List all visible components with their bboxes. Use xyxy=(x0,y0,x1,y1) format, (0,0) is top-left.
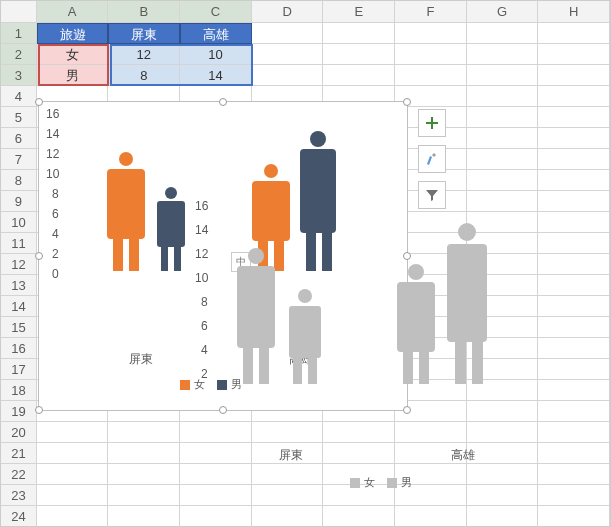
cell-G3[interactable] xyxy=(467,65,539,86)
row-header-19[interactable]: 19 xyxy=(1,401,37,422)
cell-G22[interactable] xyxy=(467,464,539,485)
row-header-5[interactable]: 5 xyxy=(1,107,37,128)
resize-handle[interactable] xyxy=(219,406,227,414)
cell-E3[interactable] xyxy=(323,65,395,86)
cell-C1[interactable]: 高雄 xyxy=(180,23,252,44)
cell-C20[interactable] xyxy=(180,422,252,443)
cell-G5[interactable] xyxy=(467,107,539,128)
cell-A21[interactable] xyxy=(37,443,109,464)
cell-G11[interactable] xyxy=(467,233,539,254)
cell-H11[interactable] xyxy=(538,233,610,254)
cell-G20[interactable] xyxy=(467,422,539,443)
cell-G9[interactable] xyxy=(467,191,539,212)
cell-D22[interactable] xyxy=(252,464,324,485)
row-header-1[interactable]: 1 xyxy=(1,23,37,44)
cell-H17[interactable] xyxy=(538,359,610,380)
cell-G7[interactable] xyxy=(467,149,539,170)
cell-H7[interactable] xyxy=(538,149,610,170)
resize-handle[interactable] xyxy=(35,98,43,106)
resize-handle[interactable] xyxy=(219,98,227,106)
cell-G8[interactable] xyxy=(467,170,539,191)
cell-H9[interactable] xyxy=(538,191,610,212)
cell-G1[interactable] xyxy=(467,23,539,44)
cell-D3[interactable] xyxy=(252,65,324,86)
cell-E21[interactable] xyxy=(323,443,395,464)
cell-C21[interactable] xyxy=(180,443,252,464)
cell-C3[interactable]: 14 xyxy=(180,65,252,86)
cell-G14[interactable] xyxy=(467,296,539,317)
column-header-B[interactable]: B xyxy=(108,1,180,23)
cell-H1[interactable] xyxy=(538,23,610,44)
column-header-H[interactable]: H xyxy=(538,1,610,23)
column-header-C[interactable]: C xyxy=(180,1,252,23)
cell-G13[interactable] xyxy=(467,275,539,296)
cell-F3[interactable] xyxy=(395,65,467,86)
row-header-7[interactable]: 7 xyxy=(1,149,37,170)
row-header-12[interactable]: 12 xyxy=(1,254,37,275)
row-header-4[interactable]: 4 xyxy=(1,86,37,107)
cell-G12[interactable] xyxy=(467,254,539,275)
cell-H5[interactable] xyxy=(538,107,610,128)
cell-A22[interactable] xyxy=(37,464,109,485)
chart-inner-button[interactable]: 中 xyxy=(231,252,251,272)
cell-D2[interactable] xyxy=(252,44,324,65)
cell-A3[interactable]: 男 xyxy=(37,65,109,86)
cell-H8[interactable] xyxy=(538,170,610,191)
cell-G23[interactable] xyxy=(467,485,539,506)
chart-filter-button[interactable] xyxy=(418,181,446,209)
cell-H18[interactable] xyxy=(538,380,610,401)
row-header-20[interactable]: 20 xyxy=(1,422,37,443)
cell-D20[interactable] xyxy=(252,422,324,443)
cell-B22[interactable] xyxy=(108,464,180,485)
cell-H3[interactable] xyxy=(538,65,610,86)
chart-style-button[interactable] xyxy=(418,145,446,173)
row-header-16[interactable]: 16 xyxy=(1,338,37,359)
cell-D24[interactable] xyxy=(252,506,324,527)
cell-B3[interactable]: 8 xyxy=(108,65,180,86)
column-header-G[interactable]: G xyxy=(467,1,539,23)
cell-H22[interactable] xyxy=(538,464,610,485)
cell-B1[interactable]: 屏東 xyxy=(108,23,180,44)
cell-G10[interactable] xyxy=(467,212,539,233)
cell-F24[interactable] xyxy=(395,506,467,527)
row-header-21[interactable]: 21 xyxy=(1,443,37,464)
resize-handle[interactable] xyxy=(403,98,411,106)
cell-G19[interactable] xyxy=(467,401,539,422)
column-header-E[interactable]: E xyxy=(323,1,395,23)
resize-handle[interactable] xyxy=(35,406,43,414)
cell-A24[interactable] xyxy=(37,506,109,527)
cell-H19[interactable] xyxy=(538,401,610,422)
cell-H24[interactable] xyxy=(538,506,610,527)
row-header-8[interactable]: 8 xyxy=(1,170,37,191)
cell-D23[interactable] xyxy=(252,485,324,506)
cell-G6[interactable] xyxy=(467,128,539,149)
cell-H21[interactable] xyxy=(538,443,610,464)
select-all-corner[interactable] xyxy=(1,1,37,23)
cell-E24[interactable] xyxy=(323,506,395,527)
cell-G24[interactable] xyxy=(467,506,539,527)
resize-handle[interactable] xyxy=(35,252,43,260)
cell-G2[interactable] xyxy=(467,44,539,65)
cell-B23[interactable] xyxy=(108,485,180,506)
row-header-17[interactable]: 17 xyxy=(1,359,37,380)
row-header-13[interactable]: 13 xyxy=(1,275,37,296)
row-header-6[interactable]: 6 xyxy=(1,128,37,149)
cell-C23[interactable] xyxy=(180,485,252,506)
cell-A1[interactable]: 旅遊 xyxy=(37,23,109,44)
resize-handle[interactable] xyxy=(403,252,411,260)
column-header-A[interactable]: A xyxy=(37,1,109,23)
row-header-9[interactable]: 9 xyxy=(1,191,37,212)
cell-G16[interactable] xyxy=(467,338,539,359)
resize-handle[interactable] xyxy=(403,406,411,414)
row-header-10[interactable]: 10 xyxy=(1,212,37,233)
row-header-14[interactable]: 14 xyxy=(1,296,37,317)
row-header-15[interactable]: 15 xyxy=(1,317,37,338)
cell-E2[interactable] xyxy=(323,44,395,65)
cell-C24[interactable] xyxy=(180,506,252,527)
chart-object-front[interactable]: 中 xyxy=(38,101,408,411)
row-header-22[interactable]: 22 xyxy=(1,464,37,485)
cell-H10[interactable] xyxy=(538,212,610,233)
cell-H2[interactable] xyxy=(538,44,610,65)
row-header-2[interactable]: 2 xyxy=(1,44,37,65)
cell-H13[interactable] xyxy=(538,275,610,296)
